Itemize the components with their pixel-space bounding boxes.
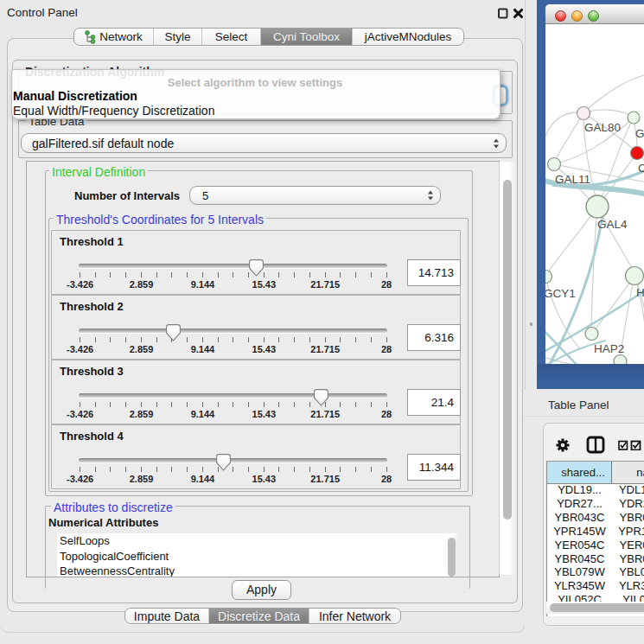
svg-text:H: H bbox=[636, 286, 644, 299]
svg-text:C: C bbox=[638, 162, 644, 175]
svg-text:GAL11: GAL11 bbox=[555, 173, 590, 186]
svg-text:GAL4: GAL4 bbox=[597, 218, 628, 231]
svg-text:GAL80: GAL80 bbox=[584, 121, 621, 134]
svg-text:HAP2: HAP2 bbox=[594, 342, 624, 355]
svg-text:GA: GA bbox=[635, 127, 644, 140]
svg-text:GCY1: GCY1 bbox=[545, 287, 576, 300]
